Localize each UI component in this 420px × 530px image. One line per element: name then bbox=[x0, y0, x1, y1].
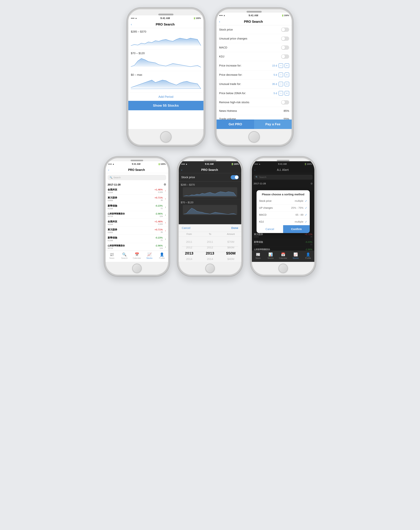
bottom-nav-dark: 📰 News 📊 Stocks 📅 Calendar 📈 Stocks 👤 bbox=[252, 251, 314, 262]
pay-fee-button[interactable]: Pay a Fee bbox=[254, 119, 292, 129]
list-item[interactable]: 山東新華製藥股份 00719 -2.96% 124 ↓ bbox=[106, 211, 168, 219]
alert-value-stock-price: multiple bbox=[295, 200, 303, 202]
alert-title: Please choose a sorting method bbox=[256, 190, 310, 197]
list-item[interactable]: 金風科技 02208 +1.46% 2,026 ↑ bbox=[106, 187, 168, 195]
stepper-plus-trade[interactable]: + bbox=[285, 82, 289, 86]
alert-row-kdj[interactable]: KDJ multiple ✓ bbox=[256, 218, 310, 225]
back-button-4[interactable]: ‹ bbox=[181, 168, 182, 172]
list-item[interactable]: 金風科技 02208 +1.46% 2,026 ↑ bbox=[106, 219, 168, 227]
picker-col-amount[interactable]: $70M $60M $50M $40M $30M bbox=[221, 236, 241, 262]
nav-search[interactable]: 🔍 Search bbox=[118, 252, 131, 259]
picker-item: 2011 bbox=[186, 239, 192, 245]
filter-icon[interactable]: ⚙ bbox=[164, 183, 166, 186]
settings-screen: ●●● ▲ 9:41 AM 🔋100% ‹ PRO Search Stock p… bbox=[217, 13, 292, 129]
home-button-2[interactable] bbox=[249, 131, 260, 143]
get-pro-button[interactable]: Get PRO bbox=[217, 119, 254, 129]
toggle-kdj[interactable] bbox=[281, 54, 289, 59]
calendar-label: Calendar bbox=[133, 257, 141, 259]
stepper-unusual-trade: 35 d − + bbox=[272, 82, 289, 86]
stepper-minus-trade[interactable]: − bbox=[279, 82, 283, 86]
home-button-5[interactable] bbox=[279, 264, 288, 273]
picker-col-from[interactable]: 2011 2012 2013 2014 2015 bbox=[179, 236, 199, 262]
check-stock-price: ✓ bbox=[305, 199, 307, 203]
stepper-plus-decrease[interactable]: + bbox=[285, 73, 289, 77]
nav-news-dark[interactable]: 📰 News bbox=[252, 252, 264, 259]
home-button-4[interactable] bbox=[205, 264, 215, 273]
setting-label-macd: MACD bbox=[219, 46, 227, 49]
speaker bbox=[158, 14, 173, 15]
list-item[interactable]: 東方證券 03958 +0.71% 35 ↑ bbox=[106, 227, 168, 235]
toggle-unusual-price[interactable] bbox=[281, 36, 289, 41]
alert-confirm-button[interactable]: Confirm bbox=[283, 225, 310, 233]
search-bar[interactable]: 🔍 Search bbox=[108, 175, 166, 180]
list-item[interactable]: 新華保險 01336 -0.23% 21 ↓ bbox=[106, 235, 168, 243]
picker-done-button[interactable]: Done bbox=[231, 226, 238, 230]
alert-buttons: Cancel Confirm bbox=[256, 225, 310, 233]
search-placeholder: Search bbox=[113, 176, 121, 179]
profile-label: Profile bbox=[159, 257, 165, 259]
toggle-stock-price-dark[interactable] bbox=[231, 175, 239, 179]
picker-item-selected: 2013 bbox=[185, 250, 193, 256]
stepper-plus-below[interactable]: + bbox=[285, 91, 289, 96]
alert-row-macd[interactable]: MACD 65 - 89 ✓ bbox=[256, 211, 310, 218]
nav-stocks-active-dark[interactable]: 📈 Stocks bbox=[289, 252, 302, 259]
search-label: Search bbox=[121, 257, 127, 259]
setting-label-remove-risk: Remove high-risk stocks bbox=[219, 101, 249, 104]
time-3: 9:41 AM bbox=[132, 163, 140, 165]
picker-col-to[interactable]: 2011 2012 2013 2014 2015 bbox=[199, 236, 220, 262]
stepper-minus-below[interactable]: − bbox=[279, 91, 283, 96]
col-header-amount: Amount bbox=[221, 233, 241, 236]
back-button[interactable]: ‹ bbox=[131, 22, 132, 26]
battery-4: 🔋100% bbox=[231, 163, 239, 165]
picker-item: 2014 bbox=[186, 256, 192, 262]
stocks-dark-label: Stocks bbox=[268, 257, 274, 259]
alert-cancel-button[interactable]: Cancel bbox=[256, 225, 283, 233]
stepper-minus-increase[interactable]: − bbox=[279, 63, 283, 68]
picker-item: 2014 bbox=[207, 256, 213, 262]
toggle-remove-risk[interactable] bbox=[281, 100, 289, 104]
list-item[interactable]: 新華保險 01336 -0.23% 21 ↓ bbox=[106, 203, 168, 211]
stepper-minus-decrease[interactable]: − bbox=[279, 73, 283, 77]
alert-row-stock-price[interactable]: Stock price multiple ✓ bbox=[256, 197, 310, 205]
chart-section-3: $0 – max bbox=[128, 71, 203, 93]
dark-chart-label-2: $70 – $120 bbox=[181, 201, 239, 204]
show-stocks-button[interactable]: Show 55 Stocks bbox=[128, 101, 203, 110]
list-item[interactable]: 山東新華製藥股份 00719 -2.96% 124 ↓ bbox=[106, 243, 168, 250]
add-period-button[interactable]: Add Period bbox=[128, 93, 203, 101]
alert-label-up-changes: UP changes bbox=[259, 206, 273, 209]
stepper-val-decrease: 5 d bbox=[274, 74, 277, 76]
nav-stocks-dark[interactable]: 📊 Stocks bbox=[264, 252, 277, 259]
chart-section-2: $70 – $120 bbox=[128, 50, 203, 71]
home-button[interactable] bbox=[160, 131, 171, 143]
nav-bar-2: ‹ PRO Search bbox=[217, 18, 292, 25]
nav-calendar-dark[interactable]: 📅 Calendar bbox=[277, 252, 289, 259]
nav-profile-dark[interactable]: 👤 Profile bbox=[302, 252, 314, 259]
home-button-3[interactable] bbox=[132, 264, 142, 273]
alert-row-up-changes[interactable]: UP changes 25% - 75% ✓ bbox=[256, 205, 310, 211]
stocks-active-dark-icon: 📈 bbox=[294, 252, 298, 257]
alert-value-kdj: multiple bbox=[295, 220, 303, 223]
setting-label-price-decrease: Price decrease for: bbox=[219, 73, 242, 76]
picker-cancel-button[interactable]: Cancel bbox=[182, 226, 190, 230]
back-button-3[interactable]: ‹ bbox=[108, 168, 109, 172]
nav-bar-4: ‹ PRO Search bbox=[179, 167, 241, 173]
alert-label-macd: MACD bbox=[259, 213, 266, 216]
toggle-stock-price[interactable] bbox=[281, 28, 289, 32]
setting-label-unusual-trade: Unusual trade for: bbox=[219, 82, 241, 86]
list-item[interactable]: 東方證券 03958 +0.71% 35 ↑ bbox=[106, 195, 168, 203]
alert-label-kdj: KDJ bbox=[259, 220, 264, 223]
toggle-macd[interactable] bbox=[281, 45, 289, 50]
nav-calendar[interactable]: 📅 Calendar bbox=[131, 252, 143, 259]
nav-stocks[interactable]: 📈 Stocks bbox=[143, 252, 156, 259]
stepper-price-below: 5 d − + bbox=[274, 91, 289, 96]
picker-item-selected: 2013 bbox=[206, 250, 214, 256]
nav-news[interactable]: 📰 News bbox=[106, 252, 118, 259]
stepper-plus-increase[interactable]: + bbox=[285, 63, 289, 68]
profile-icon: 👤 bbox=[160, 252, 164, 257]
news-dark-label: News bbox=[256, 257, 261, 259]
bottom-phones-row: ●●● ▲ 9:41 AM 🔋100% ‹ PRO Search 🔍 Searc… bbox=[104, 157, 316, 276]
back-button-2[interactable]: ‹ bbox=[219, 20, 220, 24]
nav-profile[interactable]: 👤 Profile bbox=[156, 252, 168, 259]
setting-news-hotness: News Hotness 85% bbox=[217, 107, 292, 115]
setting-label-price-increase: Price increase for: bbox=[219, 64, 241, 67]
